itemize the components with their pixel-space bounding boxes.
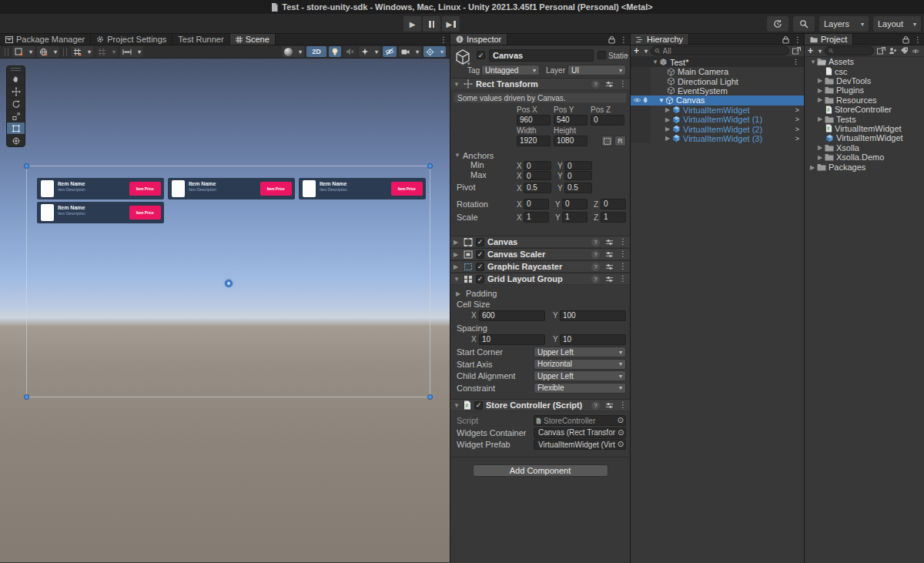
project-search[interactable] bbox=[825, 46, 874, 55]
project-menu-kebab[interactable]: ⋮ bbox=[914, 36, 922, 44]
project-item-xsolla-demo[interactable]: ▶ Xsolla.Demo bbox=[805, 152, 924, 162]
shading-mode-button[interactable]: ▾ bbox=[282, 46, 304, 57]
rotation-y-field[interactable]: 0 bbox=[562, 199, 588, 209]
rect-handle-bottom-right[interactable] bbox=[427, 394, 433, 400]
lock-icon[interactable] bbox=[902, 35, 909, 44]
graphic-raycaster-header[interactable]: ▶ ✓ Graphic Raycaster ? ⋮ bbox=[450, 260, 630, 273]
asset-store-icon[interactable] bbox=[889, 47, 897, 55]
start-axis-dropdown[interactable]: Horizontal▾ bbox=[534, 359, 626, 370]
component-menu-kebab[interactable]: ⋮ bbox=[619, 275, 627, 283]
gizmos-toggle[interactable]: ▾ bbox=[424, 46, 446, 57]
anchor-max-y-field[interactable]: 0 bbox=[564, 171, 592, 180]
hierarchy-item-eventsystem[interactable]: EventSystem bbox=[631, 86, 804, 96]
tab-project-settings[interactable]: Project Settings bbox=[91, 34, 172, 45]
inspector-menu-kebab[interactable]: ⋮ bbox=[620, 36, 628, 44]
label-tag-icon[interactable] bbox=[900, 47, 909, 55]
blueprint-mode-button[interactable] bbox=[601, 136, 613, 146]
cell-size-y-field[interactable]: 100 bbox=[560, 310, 626, 321]
start-corner-dropdown[interactable]: Upper Left▾ bbox=[534, 347, 626, 357]
eye-icon[interactable] bbox=[912, 48, 919, 55]
camera-settings-button[interactable]: ▾ bbox=[399, 46, 421, 57]
rect-tool-button[interactable] bbox=[7, 122, 25, 134]
tool-handle-position-button[interactable]: ▾ bbox=[12, 46, 35, 57]
project-item-plugins[interactable]: ▶ Plugins bbox=[805, 85, 924, 95]
presets-icon[interactable] bbox=[605, 250, 614, 259]
tab-project[interactable]: Project bbox=[805, 34, 853, 45]
scene-menu-kebab[interactable]: ⋮ bbox=[792, 59, 799, 65]
foldout-open-icon[interactable]: ▼ bbox=[454, 276, 460, 283]
undo-history-button[interactable] bbox=[767, 16, 788, 32]
foldout-closed-icon[interactable]: ▶ bbox=[454, 263, 460, 270]
raw-edit-button[interactable]: R bbox=[614, 136, 626, 146]
widget-prefab-field[interactable]: # VirtualItemWidget (Virt ⊙ bbox=[534, 439, 626, 450]
layer-dropdown[interactable]: UI▾ bbox=[567, 65, 626, 75]
tools-drag-handle[interactable] bbox=[7, 66, 25, 72]
2d-toggle[interactable]: 2D bbox=[306, 46, 326, 57]
toolbar-grip[interactable] bbox=[63, 48, 67, 56]
component-enabled-checkbox[interactable]: ✓ bbox=[476, 238, 484, 246]
grid-layout-group-header[interactable]: ▼ ✓ Grid Layout Group ? ⋮ bbox=[450, 273, 630, 285]
hierarchy-search-input[interactable] bbox=[663, 47, 785, 55]
hierarchy-item-directional-light[interactable]: Directional Light bbox=[631, 76, 804, 85]
hierarchy-search[interactable] bbox=[651, 46, 789, 55]
foldout-closed-icon[interactable]: ▶ bbox=[818, 116, 825, 122]
width-field[interactable]: 1920 bbox=[517, 136, 551, 146]
foldout-closed-icon[interactable]: ▶ bbox=[818, 144, 825, 151]
project-item-storecontroller[interactable]: # StoreController bbox=[805, 105, 924, 114]
foldout-closed-icon[interactable]: ▶ bbox=[810, 164, 817, 171]
object-picker-icon[interactable]: ⊙ bbox=[618, 429, 624, 437]
rotation-z-field[interactable]: 0 bbox=[601, 199, 626, 209]
presets-icon[interactable] bbox=[605, 263, 614, 271]
foldout-closed-icon[interactable]: ▶ bbox=[665, 126, 672, 132]
presets-icon[interactable] bbox=[605, 275, 614, 283]
pos-y-field[interactable]: 540 bbox=[554, 115, 588, 126]
create-button[interactable]: +▾ bbox=[634, 45, 648, 56]
rotate-tool-button[interactable] bbox=[7, 97, 25, 109]
static-checkbox[interactable] bbox=[598, 51, 606, 59]
hand-tool-button[interactable] bbox=[7, 72, 25, 85]
virtual-item-widget-card[interactable]: Item Name Item Description Item Price bbox=[299, 178, 426, 199]
foldout-closed-icon[interactable]: ▶ bbox=[818, 96, 825, 103]
project-item-tests[interactable]: ▶ Tests bbox=[805, 114, 924, 123]
prefab-open-chevron[interactable]: > bbox=[795, 106, 799, 114]
rect-handle-bottom-left[interactable] bbox=[24, 394, 29, 400]
foldout-closed-icon[interactable]: ▶ bbox=[665, 116, 672, 123]
hierarchy-item-virtualitemwidget-2[interactable]: ▶ VirtualItemWidget (2) > bbox=[631, 124, 804, 133]
canvas-center-gizmo[interactable] bbox=[225, 280, 233, 287]
layers-dropdown[interactable]: Layers▾ bbox=[819, 16, 869, 32]
tab-inspector[interactable]: Inspector bbox=[450, 34, 507, 45]
height-field[interactable]: 1080 bbox=[554, 136, 588, 146]
virtual-item-widget-card[interactable]: Item Name Item Description Item Price bbox=[37, 178, 164, 199]
search-button[interactable] bbox=[793, 16, 815, 32]
component-menu-kebab[interactable]: ⋮ bbox=[619, 401, 627, 409]
rect-transform-header[interactable]: ▼ Rect Transform ? ⋮ bbox=[450, 78, 630, 90]
anchor-min-x-field[interactable]: 0 bbox=[524, 161, 551, 170]
spacing-y-field[interactable]: 10 bbox=[560, 334, 626, 345]
scene-lighting-toggle[interactable] bbox=[329, 46, 341, 57]
child-alignment-dropdown[interactable]: Upper Left▾ bbox=[534, 370, 626, 381]
hierarchy-menu-kebab[interactable]: ⋮ bbox=[794, 36, 802, 44]
spacing-x-field[interactable]: 10 bbox=[479, 334, 545, 345]
component-enabled-checkbox[interactable]: ✓ bbox=[476, 275, 484, 283]
eye-icon[interactable] bbox=[633, 96, 641, 104]
scale-y-field[interactable]: 1 bbox=[562, 212, 588, 223]
script-object-field[interactable]: # StoreController ⊙ bbox=[534, 415, 626, 426]
help-icon[interactable]: ? bbox=[591, 80, 600, 89]
create-asset-button[interactable]: +▾ bbox=[808, 45, 822, 56]
item-price-button[interactable]: Item Price bbox=[391, 182, 423, 196]
grid-snapping-button[interactable]: ▾ bbox=[71, 46, 93, 57]
widgets-container-field[interactable]: Canvas (Rect Transfor ⊙ bbox=[534, 427, 626, 438]
hierarchy-item-virtualitemwidget[interactable]: ▶ VirtualItemWidget > bbox=[631, 106, 804, 115]
tab-package-manager[interactable]: Package Manager bbox=[0, 34, 91, 45]
foldout-open-icon[interactable]: ▼ bbox=[454, 402, 460, 409]
add-component-button[interactable]: Add Component bbox=[473, 464, 608, 477]
component-menu-kebab[interactable]: ⋮ bbox=[619, 263, 627, 270]
presets-icon[interactable] bbox=[605, 401, 614, 410]
anchors-foldout[interactable]: ▼ bbox=[454, 152, 461, 159]
foldout-closed-icon[interactable]: ▶ bbox=[818, 77, 825, 84]
open-in-window-icon[interactable] bbox=[877, 47, 886, 55]
help-icon[interactable]: ? bbox=[591, 401, 600, 410]
project-search-input[interactable] bbox=[836, 47, 870, 55]
canvas-scaler-header[interactable]: ▶ ✓ Canvas Scaler ? ⋮ bbox=[450, 248, 630, 260]
constraint-dropdown[interactable]: Flexible▾ bbox=[534, 383, 626, 394]
